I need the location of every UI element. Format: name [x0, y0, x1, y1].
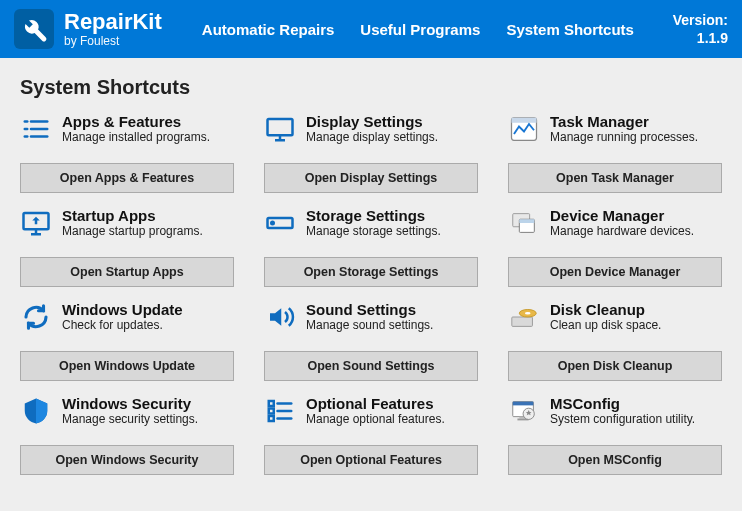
startup-icon: [20, 207, 52, 239]
app-header: RepairKit by Foulest Automatic Repairs U…: [0, 0, 742, 58]
svg-rect-18: [519, 219, 534, 223]
disk-cleanup-icon: [508, 301, 540, 333]
update-icon: [20, 301, 52, 333]
card-sound-settings: Sound Settings Manage sound settings. Op…: [264, 301, 478, 381]
open-windows-security-button[interactable]: Open Windows Security: [20, 445, 234, 475]
app-logo-icon: [14, 9, 54, 49]
svg-rect-29: [513, 402, 534, 406]
card-msconfig: MSConfig System configuration utility. O…: [508, 395, 722, 475]
open-windows-update-button[interactable]: Open Windows Update: [20, 351, 234, 381]
main-nav: Automatic Repairs Useful Programs System…: [202, 21, 634, 38]
shield-icon: [20, 395, 52, 427]
svg-rect-10: [512, 118, 537, 123]
optional-features-icon: [264, 395, 296, 427]
open-startup-apps-button[interactable]: Open Startup Apps: [20, 257, 234, 287]
card-title: Startup Apps: [62, 207, 203, 224]
card-desc: System configuration utility.: [550, 412, 695, 426]
msconfig-icon: [508, 395, 540, 427]
app-subtitle: by Foulest: [64, 35, 162, 48]
open-task-manager-button[interactable]: Open Task Manager: [508, 163, 722, 193]
page-title: System Shortcuts: [20, 76, 722, 99]
card-title: Device Manager: [550, 207, 694, 224]
sound-icon: [264, 301, 296, 333]
open-optional-features-button[interactable]: Open Optional Features: [264, 445, 478, 475]
card-desc: Manage sound settings.: [306, 318, 433, 332]
open-storage-settings-button[interactable]: Open Storage Settings: [264, 257, 478, 287]
card-desc: Clean up disk space.: [550, 318, 661, 332]
card-apps-features: Apps & Features Manage installed program…: [20, 113, 234, 193]
app-name: RepairKit: [64, 10, 162, 34]
app-title-block: RepairKit by Foulest: [64, 10, 162, 47]
svg-rect-19: [512, 317, 533, 326]
card-title: Storage Settings: [306, 207, 441, 224]
card-desc: Manage hardware devices.: [550, 224, 694, 238]
card-title: Windows Security: [62, 395, 198, 412]
card-startup-apps: Startup Apps Manage startup programs. Op…: [20, 207, 234, 287]
nav-system-shortcuts[interactable]: System Shortcuts: [506, 21, 634, 38]
card-storage-settings: Storage Settings Manage storage settings…: [264, 207, 478, 287]
svg-rect-6: [268, 119, 293, 135]
open-device-manager-button[interactable]: Open Device Manager: [508, 257, 722, 287]
card-display-settings: Display Settings Manage display settings…: [264, 113, 478, 193]
card-desc: Manage startup programs.: [62, 224, 203, 238]
apps-list-icon: [20, 113, 52, 145]
card-windows-update: Windows Update Check for updates. Open W…: [20, 301, 234, 381]
storage-icon: [264, 207, 296, 239]
card-disk-cleanup: Disk Cleanup Clean up disk space. Open D…: [508, 301, 722, 381]
shortcut-grid: Apps & Features Manage installed program…: [20, 113, 722, 475]
version-block: Version: 1.1.9: [673, 11, 728, 47]
version-label: Version:: [673, 11, 728, 29]
open-msconfig-button[interactable]: Open MSConfig: [508, 445, 722, 475]
card-title: Task Manager: [550, 113, 698, 130]
card-title: Sound Settings: [306, 301, 433, 318]
version-number: 1.1.9: [673, 29, 728, 47]
card-optional-features: Optional Features Manage optional featur…: [264, 395, 478, 475]
card-desc: Check for updates.: [62, 318, 183, 332]
svg-rect-22: [269, 401, 274, 406]
open-display-settings-button[interactable]: Open Display Settings: [264, 163, 478, 193]
card-desc: Manage installed programs.: [62, 130, 210, 144]
svg-rect-26: [269, 416, 274, 421]
card-desc: Manage storage settings.: [306, 224, 441, 238]
svg-point-21: [525, 312, 531, 314]
page-body: System Shortcuts Apps & Features Manage …: [0, 58, 742, 493]
card-title: Windows Update: [62, 301, 183, 318]
card-title: Display Settings: [306, 113, 438, 130]
card-desc: Manage display settings.: [306, 130, 438, 144]
open-sound-settings-button[interactable]: Open Sound Settings: [264, 351, 478, 381]
card-device-manager: Device Manager Manage hardware devices. …: [508, 207, 722, 287]
device-manager-icon: [508, 207, 540, 239]
nav-automatic-repairs[interactable]: Automatic Repairs: [202, 21, 335, 38]
monitor-icon: [264, 113, 296, 145]
svg-point-15: [271, 222, 274, 225]
card-desc: Manage optional features.: [306, 412, 445, 426]
card-title: Apps & Features: [62, 113, 210, 130]
card-task-manager: Task Manager Manage running processes. O…: [508, 113, 722, 193]
nav-useful-programs[interactable]: Useful Programs: [360, 21, 480, 38]
task-manager-icon: [508, 113, 540, 145]
card-windows-security: Windows Security Manage security setting…: [20, 395, 234, 475]
card-title: MSConfig: [550, 395, 695, 412]
card-title: Optional Features: [306, 395, 445, 412]
svg-rect-24: [269, 409, 274, 414]
card-title: Disk Cleanup: [550, 301, 661, 318]
open-disk-cleanup-button[interactable]: Open Disk Cleanup: [508, 351, 722, 381]
open-apps-features-button[interactable]: Open Apps & Features: [20, 163, 234, 193]
card-desc: Manage security settings.: [62, 412, 198, 426]
card-desc: Manage running processes.: [550, 130, 698, 144]
